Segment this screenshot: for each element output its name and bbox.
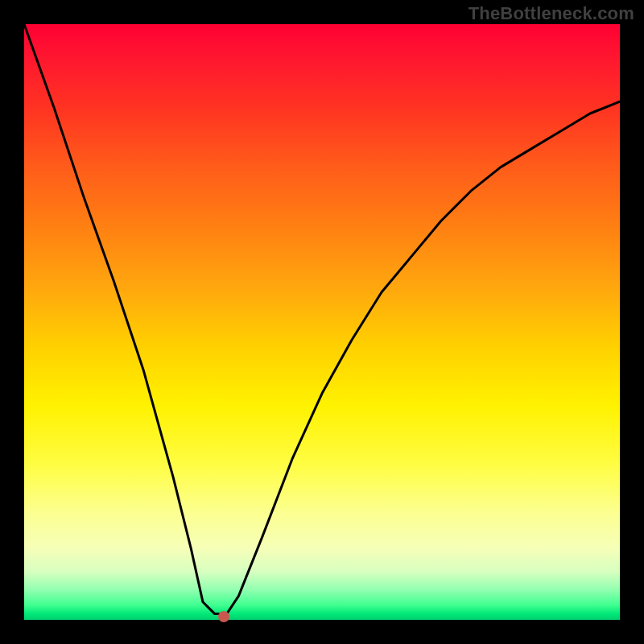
chart-frame: TheBottleneck.com [0, 0, 644, 644]
bottleneck-curve [24, 24, 620, 620]
watermark-text: TheBottleneck.com [469, 3, 634, 24]
plot-area [24, 24, 620, 620]
optimum-marker-icon [218, 611, 229, 622]
